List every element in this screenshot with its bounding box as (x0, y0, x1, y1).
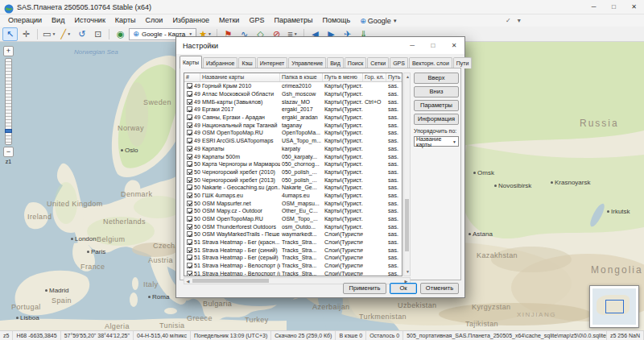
map-enabled-checkbox[interactable] (187, 224, 192, 230)
select-cursor-button[interactable]: ↖ (2, 27, 18, 41)
map-row[interactable]: 513Strava Heatmap - Велоспорт (кр...Trac… (184, 262, 402, 270)
order-by-select[interactable]: Название карты ▼ (414, 136, 459, 147)
zoom-selection-button[interactable]: ▭▼ (41, 27, 57, 41)
tab-8[interactable]: GPS (390, 57, 408, 68)
map-row[interactable]: 510Strava Heatmap - Бег (красн...Tracks_… (184, 238, 402, 247)
map-enabled-checkbox[interactable] (187, 263, 192, 268)
tab-7[interactable]: Сетки (367, 57, 389, 68)
map-row[interactable]: 502Черногорский хребет (2013)050_polish_… (184, 176, 402, 184)
tab-4[interactable]: Управление (288, 57, 326, 68)
map-enabled-checkbox[interactable] (187, 106, 192, 112)
dialog-maximize-button[interactable]: □ (423, 37, 444, 54)
map-enabled-checkbox[interactable] (187, 193, 192, 198)
map-row[interactable]: 503Nakarte - Geocaching.su (доп...Nakart… (184, 184, 402, 192)
menu-item-9[interactable]: Помощь (317, 15, 355, 27)
column-header-0[interactable]: # (184, 73, 200, 81)
map-enabled-checkbox[interactable] (187, 177, 192, 183)
map-enabled-checkbox[interactable] (187, 271, 192, 276)
map-row[interactable]: 495Национальный парк ТаганайtaganayКарты… (184, 121, 402, 129)
apply-check-icon[interactable]: ✓ (506, 17, 511, 24)
map-row[interactable]: 498КарпатыkarpatyКарты\(Турист...sas. (184, 145, 402, 153)
map-row[interactable]: 506OSM Mapy.cz - OutdoorOther_Eu_C...Кар… (184, 207, 402, 215)
map-row[interactable]: 511Strava Heatmap - Бег (синий)Tracks_St… (184, 246, 402, 254)
cancel-button[interactable]: Отменить (420, 283, 459, 294)
map-row[interactable]: 500Карта Черногоры и Мармарош...050_chor… (184, 160, 402, 168)
map-row[interactable]: 491Атлас Московской ОбластиGsh_moscowКар… (184, 90, 402, 98)
menu-item-6[interactable]: Метки (214, 15, 244, 27)
map-row[interactable]: 497ESRI ArcGIS.USATopomapsUSA_Topo_m...К… (184, 137, 402, 145)
overflow-chevron-icon[interactable]: ▾ (518, 17, 521, 24)
map-enabled-checkbox[interactable] (187, 247, 192, 253)
column-header-2[interactable]: Папка в кэше (280, 73, 323, 81)
maximize-button[interactable]: □ (604, 0, 624, 15)
zoom-slider-handle[interactable] (5, 129, 12, 133)
tab-9[interactable]: Векторн. слои (409, 57, 452, 68)
table-vertical-scrollbar[interactable]: ▲ ▼ (403, 73, 411, 276)
zoom-slider[interactable] (5, 58, 12, 145)
tab-5[interactable]: Вид (327, 57, 344, 68)
overview-viewport[interactable] (605, 300, 624, 313)
map-enabled-checkbox[interactable] (187, 130, 192, 135)
move-down-button[interactable]: Вниз (414, 86, 459, 97)
column-header-4[interactable]: Гор. кл. (363, 73, 386, 81)
move-up-button[interactable]: Вверх (414, 73, 459, 84)
vertical-scroll-thumb[interactable] (405, 199, 409, 251)
map-row[interactable]: 507OSM OpenTopoMap.RUOSM_Topo_...Карты\(… (184, 215, 402, 223)
map-enabled-checkbox[interactable] (187, 154, 192, 160)
map-enabled-checkbox[interactable] (187, 208, 192, 214)
map-enabled-checkbox[interactable] (187, 231, 192, 237)
menu-item-1[interactable]: Вид (47, 15, 69, 27)
whole-map-button[interactable]: ⊡ (90, 27, 105, 41)
tab-10[interactable]: Пути (453, 57, 473, 68)
menu-item-5[interactable]: Избранное (167, 15, 214, 27)
apply-button[interactable]: Применить (343, 283, 386, 294)
column-header-1[interactable]: Название карты (200, 73, 280, 81)
map-row[interactable]: 490Горный Крым 2010crimea2010Карты\(Тури… (184, 82, 402, 90)
menu-item-0[interactable]: Операции (3, 15, 47, 27)
menu-item-4[interactable]: Слои (140, 15, 167, 27)
minimize-button[interactable]: ─ (584, 0, 604, 15)
tab-1[interactable]: Избранное (203, 57, 237, 68)
map-row[interactable]: 501Черногорский хребет (2010)050_polish_… (184, 168, 402, 176)
column-header-5[interactable]: Путь (386, 73, 402, 81)
menu-item-3[interactable]: Карты (110, 15, 141, 27)
map-row[interactable]: 499Карпаты 500m050_karpaty...Карты\(Тури… (184, 152, 402, 160)
zoom-prev-button[interactable]: ↺ (74, 27, 89, 41)
dialog-minimize-button[interactable]: ─ (402, 37, 423, 54)
tab-3[interactable]: Интернет (257, 57, 288, 68)
column-header-3[interactable]: Путь в меню (323, 73, 363, 81)
ok-button[interactable]: Ок (390, 283, 417, 294)
map-enabled-checkbox[interactable] (187, 99, 192, 105)
menu-map-select[interactable]: ⊕ Google ▼ (355, 15, 402, 27)
zoom-in-button[interactable]: + (3, 46, 14, 56)
map-enabled-checkbox[interactable] (187, 83, 192, 89)
map-enabled-checkbox[interactable] (187, 255, 192, 260)
map-enabled-checkbox[interactable] (187, 122, 192, 128)
map-enabled-checkbox[interactable] (187, 146, 192, 151)
map-enabled-checkbox[interactable] (187, 161, 192, 167)
map-row[interactable]: 505OSM Mapsurfer.netOSM_mapsu...Карты\(Т… (184, 199, 402, 207)
map-row[interactable]: 504ГШК 4umaps.eu4umaps.euКарты\(Турист..… (184, 192, 402, 200)
map-row[interactable]: 512Strava Heatmap - Бег (серый)Tracks_St… (184, 254, 402, 262)
horizontal-scroll-thumb[interactable] (192, 279, 269, 283)
map-row[interactable]: 494Саяны, Ергаки - Араданergaki_aradanКа… (184, 114, 402, 122)
map-row[interactable]: 509OSM WayMarkedTrails - Пеше...waymarke… (184, 230, 402, 238)
map-row[interactable]: 493Ергаки 2017ergaki_2017Карты\(Турист..… (184, 106, 402, 114)
go-to-button[interactable]: ◉ (113, 27, 128, 41)
scroll-down-icon[interactable]: ▼ (404, 268, 411, 276)
zoom-out-button[interactable]: − (3, 147, 14, 157)
pan-move-button[interactable]: ✛ (19, 27, 34, 41)
tab-0[interactable]: Карты (180, 56, 202, 68)
map-enabled-checkbox[interactable] (187, 239, 192, 245)
map-row[interactable]: 492ММБ-карты (Завьялов)slazav_MOКарты\(Т… (184, 97, 402, 106)
information-button[interactable]: Информация (414, 114, 459, 125)
close-button[interactable]: ✕ (624, 0, 644, 15)
overview-map[interactable] (589, 285, 639, 328)
tab-2[interactable]: Кэш (238, 57, 255, 68)
map-row[interactable]: 508OSM Thunderforest Outdoorsosm_Outdo..… (184, 222, 402, 230)
map-enabled-checkbox[interactable] (187, 138, 192, 143)
map-enabled-checkbox[interactable] (187, 169, 192, 175)
dialog-close-button[interactable]: ✕ (444, 37, 464, 54)
map-enabled-checkbox[interactable] (187, 114, 192, 120)
menu-item-2[interactable]: Источник (69, 15, 109, 27)
